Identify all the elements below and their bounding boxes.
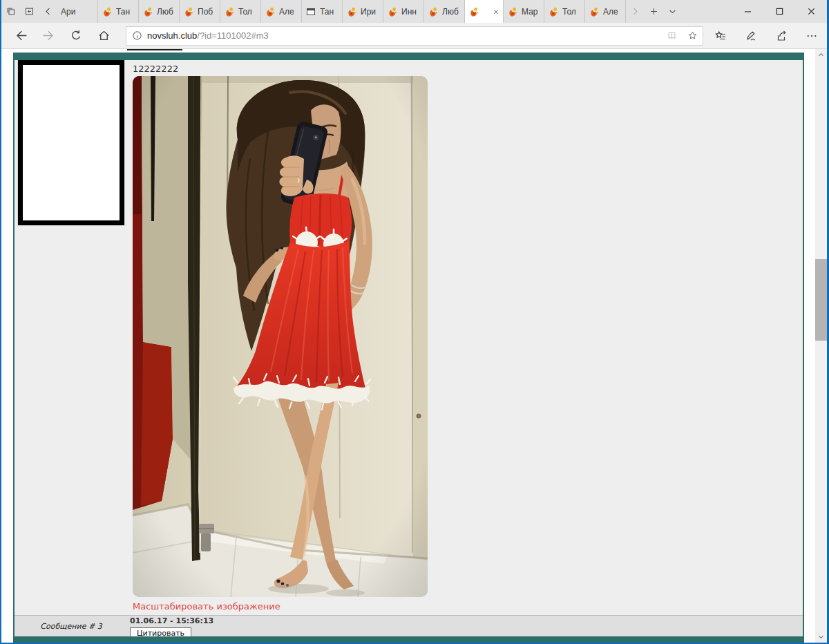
forum-favicon-icon (468, 6, 479, 17)
tab-title: Але (279, 7, 298, 17)
tab-title: Мар (522, 7, 540, 17)
tab-preview-chevron-icon[interactable] (663, 0, 682, 23)
tab-title: Люб (442, 7, 461, 17)
post-timestamp: 01.06.17 - 15:36:13 (130, 617, 213, 625)
browser-tab[interactable]: Инн (383, 0, 424, 23)
scroll-down-icon[interactable] (815, 631, 827, 643)
scroll-tabs-right-icon[interactable] (626, 0, 645, 23)
forum-favicon-icon (346, 6, 357, 17)
forum-favicon-icon (224, 6, 235, 17)
tab-title: Люб (157, 7, 175, 17)
forum-favicon-icon (589, 6, 600, 17)
share-icon[interactable] (766, 23, 797, 48)
favorite-star-icon[interactable] (682, 30, 703, 41)
browser-tab[interactable]: Поб (180, 0, 220, 23)
browser-tab[interactable]: Тан (98, 0, 139, 23)
forum-post-table: 12222222 (13, 53, 804, 643)
tab-title: Ари (61, 7, 94, 17)
avatar-placeholder (18, 60, 124, 225)
forum-favicon-icon (265, 6, 276, 17)
post-author: 12222222 (133, 64, 803, 74)
web-note-pen-icon[interactable] (736, 23, 766, 48)
vertical-scrollbar[interactable] (815, 49, 827, 643)
browser-window: Ари Тан Люб Поб Тол Але Тан Ири (0, 0, 829, 644)
forum-favicon-icon (548, 6, 559, 17)
tab-title: Тан (116, 7, 135, 17)
close-button[interactable] (795, 0, 827, 23)
footer-actions: 01.06.17 - 15:36:13 Цитировать (128, 616, 213, 636)
browser-tab[interactable]: Тол (544, 0, 585, 23)
tab-close-icon[interactable] (493, 8, 499, 15)
set-tabs-aside-icon[interactable] (1, 0, 20, 23)
browser-tab[interactable]: Ари (57, 0, 98, 23)
tab-title: Але (603, 7, 622, 17)
refresh-icon[interactable] (62, 23, 90, 48)
scroll-tabs-left-icon[interactable] (39, 0, 57, 23)
mirror-selfie-illustration (133, 76, 428, 597)
forum-favicon-icon (507, 6, 518, 17)
browser-tab[interactable]: Але (261, 0, 302, 23)
message-cell: 12222222 (128, 60, 803, 615)
previous-post-edge (127, 49, 182, 50)
post-footer: Сообщение # 3 01.06.17 - 15:36:13 Цитиро… (15, 615, 803, 636)
scale-image-link[interactable]: Масштабировать изображение (133, 601, 280, 612)
forum-bottom-bar (15, 636, 803, 643)
browser-tab[interactable]: Мар (504, 0, 544, 23)
post-photo[interactable] (133, 76, 428, 597)
tabs-set-aside-icon[interactable] (20, 0, 39, 23)
window-controls (732, 0, 827, 23)
back-icon[interactable] (7, 23, 35, 48)
browser-tab[interactable]: Люб (139, 0, 180, 23)
forum-favicon-icon (428, 6, 439, 17)
forum-favicon-icon (102, 6, 113, 17)
message-number: Сообщение # 3 (15, 616, 128, 636)
browser-tab[interactable]: Тол (220, 0, 261, 23)
tab-bar: Ари Тан Люб Поб Тол Але Тан Ири (1, 0, 827, 23)
site-info-icon[interactable] (126, 30, 147, 41)
browser-tab[interactable]: Тан (302, 0, 343, 23)
hub-favorites-icon[interactable] (705, 23, 736, 48)
url-field[interactable]: novsluh.club/?id=1101002#m3 (126, 26, 703, 46)
tab-title: Тол (238, 7, 257, 17)
page-viewport: 12222222 (1, 49, 827, 643)
browser-tab[interactable]: Але (585, 0, 626, 23)
tab-title: Тол (562, 7, 581, 17)
address-bar-actions (705, 23, 827, 48)
url-path: /?id=1101002#m3 (197, 30, 269, 41)
page-favicon-icon (305, 6, 316, 17)
scrollbar-thumb[interactable] (815, 259, 827, 341)
more-options-icon[interactable] (797, 23, 827, 48)
avatar-cell (15, 60, 128, 615)
url-text: novsluh.club/?id=1101002#m3 (147, 30, 661, 41)
forum-favicon-icon (142, 6, 153, 17)
browser-tab-active[interactable] (465, 0, 504, 23)
url-domain: novsluh.club (147, 30, 197, 41)
new-tab-icon[interactable] (645, 0, 663, 23)
tab-title: Ири (361, 7, 379, 17)
forum-favicon-icon (387, 6, 398, 17)
home-icon[interactable] (90, 23, 117, 48)
scroll-up-icon[interactable] (815, 49, 827, 61)
minimize-button[interactable] (732, 0, 763, 23)
post-body: 12222222 (15, 60, 803, 615)
reading-view-icon[interactable] (661, 30, 682, 41)
browser-tab[interactable]: Люб (424, 0, 465, 23)
tab-title: Инн (401, 7, 420, 17)
maximize-button[interactable] (763, 0, 795, 23)
forum-top-bar (15, 53, 803, 60)
tab-title: Поб (198, 7, 216, 17)
forum-favicon-icon (183, 6, 194, 17)
browser-tab[interactable]: Ири (343, 0, 383, 23)
tab-title: Тан (320, 7, 339, 17)
address-bar: novsluh.club/?id=1101002#m3 (1, 23, 827, 49)
forward-icon[interactable] (35, 23, 62, 48)
